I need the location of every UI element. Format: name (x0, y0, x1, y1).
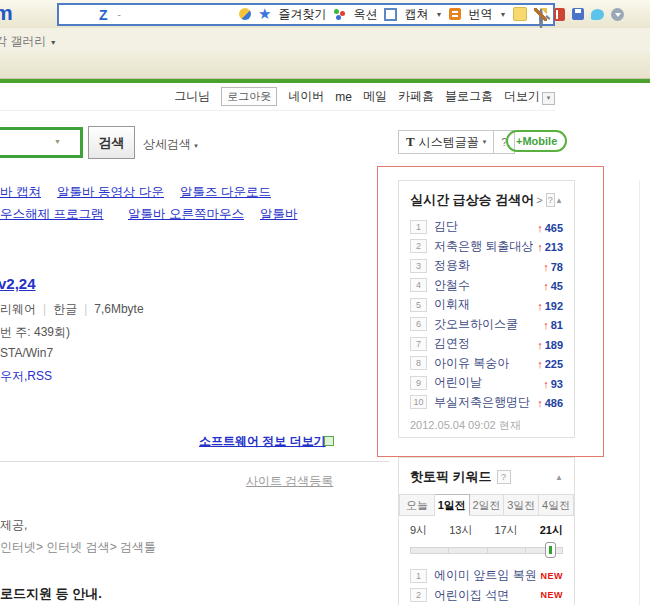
trend-item[interactable]: 10부실저축은행명단↑486 (410, 393, 563, 413)
slider-handle[interactable] (545, 542, 556, 558)
time-label: 21시 (540, 523, 563, 538)
quick-link[interactable]: 알툴바 (260, 206, 298, 223)
chrome-band (0, 52, 650, 79)
collapse-icon[interactable]: ▲ (555, 473, 563, 482)
zum-favicon-icon: Z (99, 7, 108, 23)
clean-icon[interactable] (534, 8, 547, 21)
rank-badge: 1 (410, 220, 427, 234)
trend-keyword[interactable]: 갓오브하이스쿨 (434, 316, 518, 333)
auction-button[interactable]: 옥션 (353, 6, 377, 23)
memo-icon[interactable] (513, 7, 527, 21)
up-arrow-icon: ↑ (543, 378, 549, 390)
link-cafe-home[interactable]: 카페홈 (398, 88, 434, 105)
link-me[interactable]: me (335, 90, 352, 104)
login-key-icon[interactable] (239, 8, 251, 20)
translate-dropdown-icon[interactable]: ▼ (499, 11, 506, 18)
tab-1day-ago[interactable]: 1일전 (435, 494, 470, 516)
hot-topic-title: 핫토픽 키워드 (410, 468, 492, 486)
software-meta: 리웨어|한글|7,6Mbyte (0, 301, 144, 318)
favorites-star-icon[interactable]: ★ (258, 8, 271, 20)
tab-today[interactable]: 오늘 (399, 494, 435, 516)
quick-link[interactable]: 알툴즈 다운로드 (180, 184, 271, 201)
up-arrow-icon: ↑ (543, 280, 549, 292)
topic-keyword[interactable]: 에이미 앞트임 복원 (434, 567, 537, 584)
link-mail[interactable]: 메일 (363, 88, 387, 105)
trend-item[interactable]: 4안철수↑45 (410, 276, 563, 296)
trend-keyword[interactable]: 김연정 (434, 335, 470, 352)
tab-2days-ago[interactable]: 2일전 (470, 494, 505, 516)
favorites-button[interactable]: 즐겨찾기 (278, 6, 326, 23)
time-slider[interactable] (410, 542, 563, 557)
trend-keyword[interactable]: 이휘재 (434, 296, 470, 313)
topic-item[interactable]: 1에이미 앞트임 복원NEW (410, 566, 563, 586)
trend-item[interactable]: 9어린이날↑93 (410, 373, 563, 393)
font-dropdown-icon[interactable]: ▾ (483, 138, 487, 146)
translate-button[interactable]: 번역 (468, 6, 492, 23)
new-badge: NEW (541, 590, 564, 600)
search-input[interactable]: ▼ (0, 127, 83, 158)
link-blog-home[interactable]: 블로그홈 (445, 88, 493, 105)
software-info-more-link[interactable]: 소프트웨어 정보 더보기 (199, 433, 326, 450)
up-arrow-icon: ↑ (537, 397, 543, 409)
auction-icon[interactable] (333, 8, 346, 20)
more-tools-icon[interactable] (611, 8, 624, 21)
trend-item[interactable]: 1김단↑465 (410, 217, 563, 237)
twitter-icon[interactable] (591, 9, 604, 20)
column-divider (639, 180, 640, 605)
rank-badge: 3 (410, 259, 427, 273)
realtime-title[interactable]: 실시간 급상승 검색어 (410, 191, 534, 209)
rank-badge: 2 (410, 239, 427, 253)
font-t-icon: T (406, 134, 415, 150)
quick-link[interactable]: 우스해제 프로그램 (0, 206, 103, 223)
trend-keyword[interactable]: 안철수 (434, 277, 470, 294)
trend-item[interactable]: 2저축은행 퇴출대상↑213 (410, 237, 563, 257)
trend-keyword[interactable]: 아이유 복숭아 (434, 355, 509, 372)
more-dropdown-icon[interactable]: ▾ (542, 92, 555, 105)
gallery-menu[interactable]: 각 갤러리 ▼ (0, 33, 57, 50)
logout-button[interactable]: 로그아웃 (221, 87, 277, 106)
trend-item[interactable]: 5이휘재↑192 (410, 295, 563, 315)
search-scope-dropdown-icon[interactable]: ▼ (54, 138, 61, 145)
software-rss-link[interactable]: 우저,RSS (0, 368, 52, 385)
link-more[interactable]: 더보기▾ (504, 88, 555, 105)
collapse-icon[interactable]: ▲ (555, 196, 563, 205)
trend-keyword[interactable]: 부실저축은행명단 (434, 394, 530, 411)
capture-dropdown-icon[interactable]: ▼ (435, 11, 442, 18)
trend-keyword[interactable]: 정용화 (434, 257, 470, 274)
font-selector[interactable]: T 시스템글꼴 ▾ ? (398, 130, 515, 154)
advanced-search-link[interactable]: 상세검색 ▾ (143, 136, 198, 153)
capture-button[interactable]: 캡쳐 (404, 6, 428, 23)
address-cursor: - (118, 9, 121, 20)
trend-keyword[interactable]: 저축은행 퇴출대상 (434, 238, 533, 255)
rank-badge: 8 (410, 356, 427, 370)
trend-delta: ↑192 (537, 296, 563, 314)
hot-topic-help-button[interactable]: ? (497, 470, 511, 484)
translate-icon[interactable] (449, 8, 461, 20)
trend-keyword[interactable]: 어린이날 (434, 374, 482, 391)
site-register-link[interactable]: 사이트 검색등록 (246, 473, 333, 490)
realtime-help-button[interactable]: ? (546, 193, 555, 207)
dictionary-icon[interactable] (554, 8, 565, 21)
zum-logo[interactable]: m (0, 1, 13, 25)
trend-item[interactable]: 8아이유 복숭아↑225 (410, 354, 563, 374)
save-icon[interactable] (572, 8, 584, 20)
quick-link[interactable]: 바 캡쳐 (0, 184, 41, 201)
search-button[interactable]: 검색 (88, 126, 135, 159)
mobile-button[interactable]: +Mobile (506, 130, 567, 152)
toolbar-icons: ★ 즐겨찾기 옥션 캡쳐 ▼ 번역 ▼ (239, 2, 624, 26)
trend-item[interactable]: 7김연정↑189 (410, 334, 563, 354)
topic-item[interactable]: 2어린이집 석면NEW (410, 586, 563, 605)
quick-link[interactable]: 알툴바 동영상 다운 (57, 184, 164, 201)
tab-4days-ago[interactable]: 4일전 (539, 494, 574, 516)
trend-item[interactable]: 6갓오브하이스쿨↑81 (410, 315, 563, 335)
software-version-link[interactable]: v2,24 (0, 275, 36, 292)
tab-3days-ago[interactable]: 3일전 (504, 494, 539, 516)
slider-tick (487, 547, 488, 554)
quick-link[interactable]: 알툴바 오른쪽마우스 (128, 206, 244, 223)
trend-item[interactable]: 3정용화↑78 (410, 256, 563, 276)
capture-icon[interactable] (384, 8, 397, 21)
topic-keyword[interactable]: 어린이집 석면 (434, 587, 509, 604)
trend-keyword[interactable]: 김단 (434, 218, 458, 235)
time-label: 9시 (410, 523, 427, 538)
link-naver[interactable]: 네이버 (288, 88, 324, 105)
